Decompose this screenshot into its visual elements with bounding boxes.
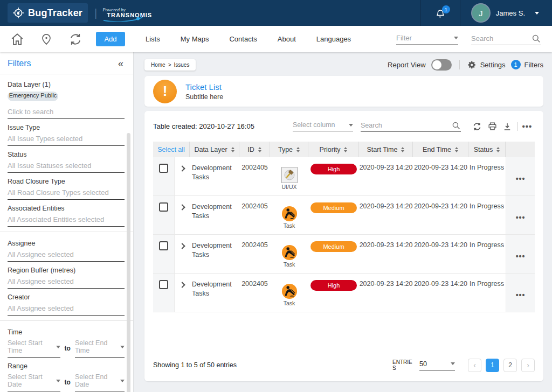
- sync-button[interactable]: [68, 32, 83, 47]
- region-buffer-field[interactable]: All Assignee selected: [8, 277, 125, 289]
- column-header-start-time[interactable]: Start Time: [359, 142, 413, 157]
- creator-field[interactable]: All Assignee selected: [8, 304, 125, 316]
- download-button[interactable]: [500, 119, 515, 134]
- filter-label: Issue Type: [8, 124, 125, 131]
- brand-logo[interactable]: BugTracker: [8, 3, 88, 23]
- start-date-select[interactable]: Select Start Date: [8, 373, 60, 391]
- prev-page-button[interactable]: ‹: [468, 359, 481, 372]
- page-button-2[interactable]: 2: [503, 359, 517, 372]
- road-closure-field[interactable]: All Road Closure Types selected: [8, 188, 125, 200]
- type-cell: UI/UX: [270, 157, 308, 195]
- map-pin-button[interactable]: [39, 32, 54, 47]
- nav-link-languages[interactable]: Languages: [316, 35, 351, 43]
- sort-icon[interactable]: [455, 147, 458, 152]
- next-page-button[interactable]: ›: [521, 359, 535, 372]
- table-more-button[interactable]: •••: [520, 119, 535, 134]
- notifications-button[interactable]: 1: [420, 0, 460, 26]
- actions-cell: •••: [506, 157, 535, 195]
- type-cell: Task: [270, 235, 308, 273]
- status-cell: In Progress: [468, 274, 506, 312]
- expand-cell[interactable]: [175, 157, 190, 195]
- row-checkbox[interactable]: [159, 202, 168, 212]
- expand-cell[interactable]: [175, 274, 190, 312]
- filters-button[interactable]: 1 Filters: [511, 60, 543, 69]
- refresh-button[interactable]: [470, 119, 485, 134]
- status-field[interactable]: All Issue Statuses selected: [8, 162, 125, 173]
- chevron-right-icon: [179, 204, 185, 210]
- ticket-card-text: Ticket List Subtitle here: [185, 82, 223, 101]
- search-icon[interactable]: [531, 33, 541, 44]
- home-button[interactable]: [10, 32, 25, 47]
- user-name: James S.: [496, 9, 525, 17]
- report-view-toggle[interactable]: [431, 59, 452, 71]
- nav-filter-dropdown[interactable]: Filter: [396, 34, 458, 45]
- nav-link-my-maps[interactable]: My Maps: [181, 35, 209, 43]
- start-time-select[interactable]: Select Start Time: [8, 339, 60, 358]
- priority-badge: High: [310, 280, 357, 291]
- start-time-cell: 2020-09-23 14:20: [359, 196, 413, 234]
- select-column-dropdown[interactable]: Select column: [293, 121, 353, 131]
- sort-icon[interactable]: [344, 147, 347, 152]
- sort-icon[interactable]: [401, 147, 404, 152]
- row-checkbox[interactable]: [159, 164, 168, 173]
- sort-icon[interactable]: [296, 147, 300, 152]
- sort-icon[interactable]: [496, 147, 500, 152]
- table-search-input[interactable]: [361, 122, 451, 129]
- showing-entries-label: Showing 1 to 5 of 50 entries: [153, 361, 237, 369]
- breadcrumb-home[interactable]: Home: [151, 62, 165, 68]
- sidebar-scrollbar[interactable]: [127, 133, 130, 392]
- settings-button[interactable]: Settings: [467, 60, 506, 69]
- chevron-down-icon: [454, 37, 458, 39]
- expand-cell[interactable]: [175, 235, 190, 273]
- toggle-knob: [432, 60, 441, 69]
- row-checkbox[interactable]: [159, 280, 168, 289]
- assignee-field[interactable]: All Assignee selected: [8, 250, 125, 262]
- entries-value: 50: [419, 360, 427, 368]
- breadcrumb[interactable]: Home > Issues: [144, 59, 196, 71]
- filter-assignee: Assignee All Assignee selected: [8, 240, 125, 262]
- row-more-button[interactable]: •••: [516, 278, 526, 312]
- select-all-button[interactable]: Select all: [153, 142, 190, 157]
- filter-label: Range: [8, 362, 125, 370]
- column-header-priority[interactable]: Priority: [308, 142, 359, 157]
- table-header-row: Select all Data Layer ID Type Priori: [153, 142, 535, 157]
- sort-icon[interactable]: [231, 147, 234, 152]
- column-header-id[interactable]: ID: [239, 142, 270, 157]
- nav-link-lists[interactable]: Lists: [146, 35, 160, 43]
- end-date-select[interactable]: Select End Date: [75, 373, 125, 391]
- priority-cell: High: [308, 274, 359, 312]
- filter-label: Associated Entities: [8, 205, 125, 212]
- entries-per-page-select[interactable]: 50: [419, 360, 455, 370]
- data-layer-search-field[interactable]: Click to search: [8, 108, 125, 119]
- nav-search-input[interactable]: [471, 34, 531, 43]
- nav-link-about[interactable]: About: [278, 35, 296, 43]
- page-button-1[interactable]: 1: [486, 359, 499, 372]
- nav-link-contacts[interactable]: Contacts: [229, 35, 257, 43]
- row-checkbox[interactable]: [159, 241, 168, 250]
- column-header-status[interactable]: Status: [468, 142, 506, 157]
- end-time-select[interactable]: Select End Time: [75, 339, 125, 358]
- issue-type-field[interactable]: All Issue Types selected: [8, 135, 125, 146]
- search-icon[interactable]: [451, 121, 461, 130]
- column-header-end-time[interactable]: End Time: [413, 142, 468, 157]
- row-more-button[interactable]: •••: [516, 239, 526, 273]
- data-layer-chip[interactable]: Emergency Public: [8, 92, 58, 101]
- sort-icon[interactable]: [258, 147, 261, 152]
- print-button[interactable]: [485, 119, 500, 134]
- filters-sidebar: Filters « Data Layer (1) Emergency Publi…: [0, 52, 134, 392]
- start-time-placeholder: Select Start Time: [8, 339, 56, 354]
- user-menu[interactable]: J James S.: [460, 0, 552, 26]
- row-more-button[interactable]: •••: [516, 162, 526, 195]
- column-header-data-layer[interactable]: Data Layer: [190, 142, 239, 157]
- row-more-button[interactable]: •••: [516, 200, 526, 234]
- filter-label: Creator: [8, 293, 125, 301]
- associated-entities-field[interactable]: All Associated Entities selected: [8, 215, 125, 227]
- entries-label: ENTRIES: [392, 359, 414, 372]
- to-label: to: [65, 345, 71, 352]
- expand-cell[interactable]: [175, 196, 190, 234]
- column-header-type[interactable]: Type: [270, 142, 308, 157]
- sidebar-collapse-button[interactable]: «: [118, 59, 123, 68]
- map-pin-icon: [40, 33, 53, 46]
- column-label: Start Time: [367, 146, 398, 153]
- add-button[interactable]: Add: [96, 32, 125, 46]
